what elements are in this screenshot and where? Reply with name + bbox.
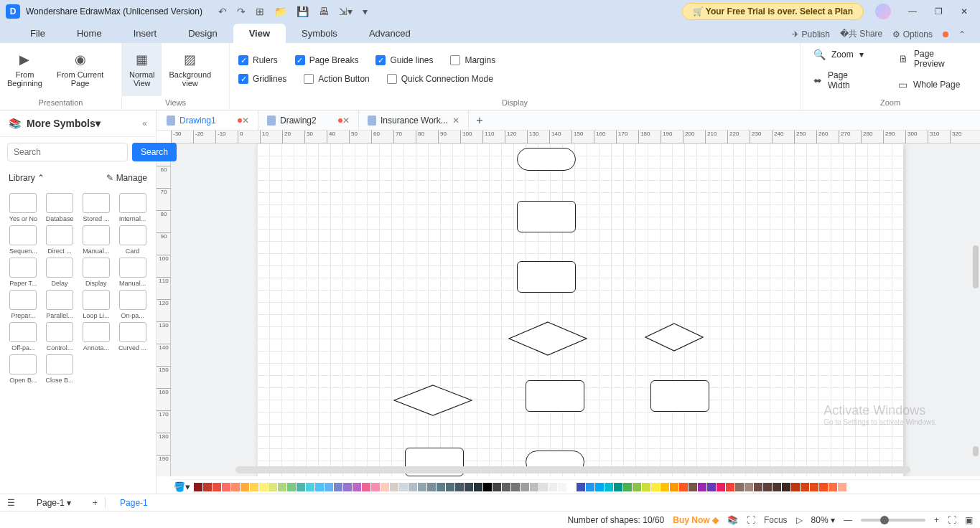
color-swatch[interactable] — [427, 483, 436, 491]
buy-now-link[interactable]: Buy Now ◆ — [673, 515, 719, 525]
terminator-shape[interactable] — [517, 148, 576, 171]
menu-design[interactable]: Design — [172, 24, 233, 43]
fit-page-icon[interactable]: ⛶ — [948, 515, 956, 525]
page-selector[interactable]: Page-1 ▾ — [22, 498, 85, 508]
color-swatch[interactable] — [670, 483, 678, 491]
redo-icon[interactable]: ↷ — [237, 6, 246, 17]
color-swatch[interactable] — [745, 483, 753, 491]
color-swatch[interactable] — [521, 483, 529, 491]
shape-card[interactable]: Card — [115, 225, 150, 255]
zoom-button[interactable]: 🔍Zoom▾ — [813, 49, 872, 60]
color-swatch[interactable] — [754, 483, 762, 491]
add-tab-button[interactable]: + — [469, 110, 490, 130]
color-swatch[interactable] — [297, 483, 305, 491]
color-swatch[interactable] — [605, 483, 613, 491]
play-icon[interactable]: ▷ — [796, 515, 803, 525]
shape-parallel-[interactable]: Parallel... — [42, 290, 78, 319]
color-swatch[interactable] — [819, 483, 828, 491]
color-swatch[interactable] — [343, 483, 352, 491]
page-breaks-checkbox[interactable]: ✓Page Breaks — [295, 55, 359, 65]
vertical-scrollbar[interactable] — [971, 159, 979, 451]
share-button[interactable]: �共 Share — [840, 28, 882, 40]
options-button[interactable]: ⚙ Options — [892, 29, 933, 39]
horizontal-scrollbar[interactable] — [235, 466, 910, 473]
page-tab-1[interactable]: Page-1 — [106, 498, 162, 508]
color-swatch[interactable] — [287, 483, 296, 491]
color-swatch[interactable] — [437, 483, 445, 491]
color-swatch[interactable] — [530, 483, 538, 491]
guide-lines-checkbox[interactable]: ✓Guide lines — [375, 55, 433, 65]
color-swatch[interactable] — [661, 483, 669, 491]
process-shape[interactable] — [517, 261, 576, 293]
shape-annota-[interactable]: Annota... — [79, 322, 114, 352]
color-swatch[interactable] — [325, 483, 333, 491]
color-swatch[interactable] — [381, 483, 389, 491]
shape-stored-[interactable]: Stored ... — [79, 193, 114, 222]
process-shape[interactable] — [650, 380, 709, 412]
menu-insert[interactable]: Insert — [118, 24, 173, 43]
color-swatch[interactable] — [586, 483, 594, 491]
color-swatch[interactable] — [773, 483, 781, 491]
library-toggle[interactable]: Library ⌃ — [9, 173, 45, 183]
ribbon-collapse-icon[interactable]: ⌃ — [958, 29, 966, 39]
close-tab-icon[interactable]: ✕ — [242, 116, 249, 126]
color-swatch[interactable] — [390, 483, 398, 491]
gridlines-checkbox[interactable]: ✓Gridlines — [238, 74, 286, 84]
color-swatch[interactable] — [558, 483, 566, 491]
color-swatch[interactable] — [259, 483, 268, 491]
color-swatch[interactable] — [539, 483, 548, 491]
doctab-insurance[interactable]: Insurance Work...✕ — [359, 110, 469, 130]
shape-database[interactable]: Database — [42, 193, 78, 222]
focus-button[interactable]: Focus — [764, 515, 788, 525]
zoom-out-button[interactable]: — — [844, 515, 852, 525]
doctab-drawing2[interactable]: Drawing2✕ — [258, 110, 359, 130]
maximize-button[interactable]: ❐ — [928, 6, 948, 16]
shape-close-b-[interactable]: Close B... — [42, 354, 78, 384]
shape-yes-or-no[interactable]: Yes or No — [6, 193, 41, 222]
shape-control-[interactable]: Control... — [42, 322, 78, 352]
new-icon[interactable]: ⊞ — [256, 6, 264, 17]
panel-toggle-icon[interactable]: ▣ — [965, 515, 973, 525]
shape-manual-[interactable]: Manual... — [115, 258, 150, 287]
menu-file[interactable]: File — [14, 24, 61, 43]
color-swatch[interactable] — [717, 483, 725, 491]
close-tab-icon[interactable]: ✕ — [342, 116, 350, 126]
color-swatch[interactable] — [194, 483, 202, 491]
color-swatch[interactable] — [474, 483, 482, 491]
shape-internal-[interactable]: Internal... — [115, 193, 150, 222]
color-swatch[interactable] — [502, 483, 510, 491]
panel-title[interactable]: More Symbols▾ — [27, 118, 136, 129]
color-swatch[interactable] — [567, 483, 576, 491]
color-swatch[interactable] — [353, 483, 361, 491]
color-swatch[interactable] — [409, 483, 417, 491]
qat-more-icon[interactable]: ▾ — [363, 6, 368, 17]
menu-view[interactable]: View — [233, 24, 286, 43]
color-swatch[interactable] — [829, 483, 837, 491]
menu-symbols[interactable]: Symbols — [286, 24, 353, 43]
color-swatch[interactable] — [810, 483, 818, 491]
color-swatch[interactable] — [801, 483, 809, 491]
page-list-icon[interactable]: ☰ — [0, 498, 22, 508]
notification-icon[interactable] — [943, 29, 948, 39]
shape-paper-t-[interactable]: Paper T... — [6, 258, 41, 287]
symbol-search-input[interactable] — [7, 143, 128, 161]
decision-shape[interactable] — [393, 385, 472, 416]
color-swatch[interactable] — [250, 483, 258, 491]
color-swatch[interactable] — [418, 483, 426, 491]
color-swatch[interactable] — [269, 483, 277, 491]
color-swatch[interactable] — [203, 483, 212, 491]
from-current-button[interactable]: ◉From Current Page — [50, 43, 111, 96]
color-swatch[interactable] — [306, 483, 314, 491]
color-swatch[interactable] — [362, 483, 370, 491]
page-width-button[interactable]: ⬌Page Width — [813, 70, 872, 90]
color-swatch[interactable] — [231, 483, 240, 491]
color-swatch[interactable] — [698, 483, 706, 491]
color-swatch[interactable] — [315, 483, 324, 491]
fill-bucket-icon[interactable]: 🪣▾ — [174, 481, 190, 492]
color-swatch[interactable] — [371, 483, 380, 491]
color-swatch[interactable] — [782, 483, 790, 491]
margins-checkbox[interactable]: Margins — [450, 55, 495, 65]
open-icon[interactable]: 📁 — [274, 6, 286, 17]
print-icon[interactable]: 🖶 — [319, 6, 329, 17]
zoom-in-button[interactable]: + — [934, 515, 939, 525]
